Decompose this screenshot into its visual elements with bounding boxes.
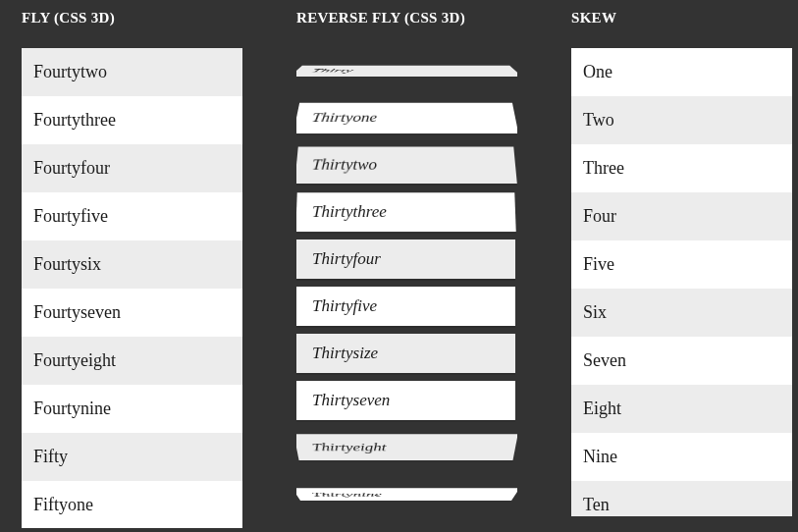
fly-scroll-panel[interactable]: Fourtytwo Fourtythree Fourtyfour Fourtyf… bbox=[22, 48, 242, 528]
list-item[interactable]: Thirtysize bbox=[296, 334, 515, 373]
list-item[interactable]: Fourtyfour bbox=[22, 144, 242, 192]
skew-heading: SKEW bbox=[571, 10, 797, 27]
list-item[interactable]: Fourtysix bbox=[22, 240, 242, 289]
list-item[interactable]: Thirtyseven bbox=[296, 381, 515, 420]
list-item[interactable]: Nine bbox=[571, 433, 792, 481]
reverse-fly-column: REVERSE FLY (CSS 3D) Thirty Thirtyone Th… bbox=[296, 0, 522, 530]
list-item[interactable]: Thirtyfour bbox=[296, 239, 515, 279]
list-item[interactable]: Fiftyone bbox=[22, 481, 242, 528]
list-item[interactable]: Ten bbox=[571, 481, 792, 516]
list-item[interactable]: Seven bbox=[571, 337, 792, 385]
list-item[interactable]: Two bbox=[571, 96, 792, 144]
skew-column: SKEW One Two Three Four Five Six Seven E… bbox=[571, 0, 797, 530]
list-item[interactable]: Thirtyfive bbox=[296, 287, 515, 326]
list-item[interactable]: One bbox=[571, 48, 792, 96]
reverse-fly-scroll-pad-top bbox=[296, 48, 517, 51]
reverse-fly-heading: REVERSE FLY (CSS 3D) bbox=[296, 10, 522, 27]
fly-column: FLY (CSS 3D) Fourtytwo Fourtythree Fourt… bbox=[22, 0, 247, 530]
list-item[interactable]: Fourtyfive bbox=[22, 192, 242, 240]
list-item[interactable]: Thirty bbox=[296, 66, 517, 77]
list-item[interactable]: Fourtythree bbox=[22, 96, 242, 144]
reverse-fly-scroll-pad-bottom bbox=[296, 514, 517, 530]
list-item[interactable]: Thirtytwo bbox=[296, 147, 517, 184]
list-item[interactable]: Three bbox=[571, 144, 792, 192]
list-item[interactable]: Thirtythree bbox=[296, 192, 516, 232]
skew-scroll-pad-bottom bbox=[571, 516, 792, 528]
list-item[interactable]: Fourtytwo bbox=[22, 48, 242, 96]
list-item[interactable]: Thirtynine bbox=[296, 488, 517, 501]
list-item[interactable]: Fourtyseven bbox=[22, 289, 242, 337]
columns-wrap: FLY (CSS 3D) Fourtytwo Fourtythree Fourt… bbox=[0, 0, 798, 530]
list-item[interactable]: Four bbox=[571, 192, 792, 240]
list-item[interactable]: Eight bbox=[571, 385, 792, 433]
list-item[interactable]: Five bbox=[571, 240, 792, 289]
skew-scroll-panel[interactable]: One Two Three Four Five Six Seven Eight … bbox=[571, 48, 792, 528]
list-item[interactable]: Fifty bbox=[22, 433, 242, 481]
list-item[interactable]: Fourtynine bbox=[22, 385, 242, 433]
list-item[interactable]: Fourtyeight bbox=[22, 337, 242, 385]
fly-heading: FLY (CSS 3D) bbox=[22, 10, 247, 27]
reverse-fly-scroll-panel[interactable]: Thirty Thirtyone Thirtytwo Thirtythree T… bbox=[296, 48, 517, 530]
list-item[interactable]: Thirtyeight bbox=[296, 434, 517, 460]
list-item[interactable]: Six bbox=[571, 289, 792, 337]
list-item[interactable]: Thirtyone bbox=[296, 103, 517, 133]
